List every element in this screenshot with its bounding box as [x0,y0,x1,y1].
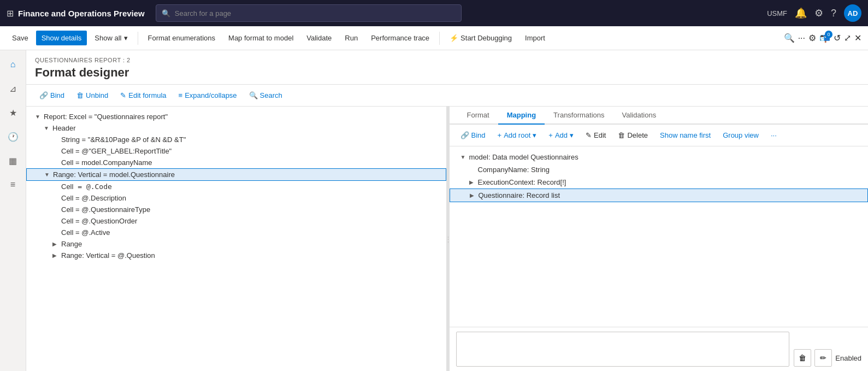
tree-item-label: String = "&R&10Page &P of &N &D &T" [61,136,186,144]
refresh-icon[interactable]: ↺ [834,33,841,43]
add-root-button[interactable]: + Add root ▾ [493,129,541,142]
format-tree-item[interactable]: Cell = @"GER_LABEL:ReportTitle" [26,145,446,157]
import-button[interactable]: Import [519,31,551,45]
unbind-button[interactable]: 🗑 Unbind [72,89,113,102]
format-tree-item[interactable]: ▼ Report: Excel = "Questionnaires report… [26,111,446,122]
format-enumerations-button[interactable]: Format enumerations [143,31,221,45]
mapping-tree-item[interactable]: ▶ Questionnaire: Record list [450,189,869,202]
format-tree-item[interactable]: Cell = @.QuestionnaireType [26,204,446,215]
search-toolbar-icon[interactable]: 🔍 [784,33,795,43]
format-tree-item[interactable]: ▶ Range [26,238,446,250]
tree-item-label: Report: Excel = "Questionnaires report" [44,113,168,121]
format-tree-item[interactable]: Cell = @.Active [26,227,446,238]
format-tree-item[interactable]: Cell = @.QuestionOrder [26,215,446,227]
tree-chevron: ▶ [52,241,61,247]
sidebar-menu-icon[interactable]: ≡ [3,175,23,195]
notifications-icon[interactable]: 📬 0 [819,33,830,43]
user-avatar[interactable]: AD [844,4,861,22]
tree-item-label: Range: Vertical = @.Question [61,251,155,260]
format-tree-item[interactable]: Cell = @.Code [26,181,446,192]
action-bar: Save Show details Show all ▾ Format enum… [0,26,868,50]
more-mapping-button[interactable]: ··· [766,129,781,142]
tree-chevron: ▶ [52,252,61,258]
map-tree-label: model: Data model Questionnaires [469,153,578,161]
tree-item-label: Header [52,124,76,132]
show-all-button[interactable]: Show all ▾ [89,31,133,45]
format-tree-item[interactable]: ▼ Range: Vertical = model.Questionnaire [26,168,446,181]
mapping-content: ▼ model: Data model Questionnaires Compa… [450,146,869,327]
start-debugging-button[interactable]: ⚡ Start Debugging [444,31,517,45]
delete-formula-button[interactable]: 🗑 [794,349,811,367]
link-icon: 🔗 [39,91,48,99]
sidebar-filter-icon[interactable]: ⊿ [3,79,23,98]
format-tree-item[interactable]: ▶ Range: Vertical = @.Question [26,250,446,261]
bell-icon[interactable]: 🔔 [795,7,807,19]
close-icon[interactable]: ✕ [854,33,861,43]
show-name-first-button[interactable]: Show name first [656,129,715,142]
tree-chevron: ▼ [44,172,53,178]
mapping-bind-button[interactable]: 🔗 Bind [456,129,490,142]
tab-mapping[interactable]: Mapping [498,107,545,125]
format-panel: ▼ Report: Excel = "Questionnaires report… [26,107,447,371]
tree-item-label: Range: Vertical = model.Questionnaire [53,170,175,179]
run-button[interactable]: Run [339,31,363,45]
tab-format[interactable]: Format [458,107,498,125]
add-button[interactable]: + Add ▾ [544,129,578,142]
add-root-chevron: ▾ [533,131,536,139]
sidebar-workspace-icon[interactable]: ▦ [3,151,23,170]
content-area: QUESTIONNAIRES REPORT : 2 Format designe… [26,50,868,371]
gear-icon[interactable]: ⚙ [814,7,823,19]
map-tree-chevron: ▼ [460,154,469,160]
performance-trace-button[interactable]: Performance trace [365,31,435,45]
tree-item-label: Cell = @"GER_LABEL:ReportTitle" [61,147,172,155]
search-bar: 🔍 [156,4,462,22]
edit-formula-btn[interactable]: ✏ [814,349,832,367]
format-tree-item[interactable]: Cell = @.Description [26,192,446,204]
help-icon[interactable]: ? [831,8,836,19]
add-chevron: ▾ [570,131,574,139]
mapping-tree-item[interactable]: ▼ model: Data model Questionnaires [450,151,869,163]
map-format-to-model-button[interactable]: Map format to model [223,31,299,45]
tab-transformations[interactable]: Transformations [545,107,613,125]
action-bar-right: 🔍 ··· ⚙ 📬 0 ↺ ⤢ ✕ [784,33,861,43]
sidebar-favorites-icon[interactable]: ★ [3,103,23,122]
tab-validations[interactable]: Validations [613,107,665,125]
search-input[interactable] [175,9,456,17]
panel-tabs: Format Mapping Transformations Validatio… [450,107,869,125]
group-view-button[interactable]: Group view [718,129,763,142]
tree-item-label: Cell = @.Code [61,182,112,191]
formula-textarea[interactable] [456,332,790,367]
edit-mapping-button[interactable]: ✎ Edit [581,129,610,142]
sidebar-icon-home[interactable]: ⌂ [3,55,23,74]
link-icon-map: 🔗 [460,131,469,139]
maximize-icon[interactable]: ⤢ [844,33,851,43]
status-text: Enabled [835,354,861,362]
show-details-button[interactable]: Show details [36,31,87,45]
left-sidebar: ⌂ ⊿ ★ 🕐 ▦ ≡ [0,50,26,371]
tree-item-label: Cell = @.Active [61,228,110,237]
settings-icon[interactable]: ⚙ [808,33,816,43]
delete-mapping-button[interactable]: 🗑 Delete [613,129,652,142]
grid-icon[interactable]: ⊞ [7,8,14,19]
search-icon: 🔍 [162,9,170,17]
expand-collapse-button[interactable]: ≡ Expand/collapse [174,89,241,102]
mapping-tree-item[interactable]: ▶ ExecutionContext: Record[!] [450,176,869,189]
edit-icon-formula: ✏ [820,354,826,362]
bind-button[interactable]: 🔗 Bind [35,89,69,102]
tree-item-label: Cell = @.QuestionOrder [61,217,137,225]
tree-item-label: Cell = model.CompanyName [61,158,152,167]
format-tree-item[interactable]: String = "&R&10Page &P of &N &D &T" [26,134,446,145]
validate-button[interactable]: Validate [301,31,337,45]
tree-chevron: ▼ [35,114,44,120]
sidebar-recent-icon[interactable]: 🕐 [3,127,23,146]
search-format-button[interactable]: 🔍 Search [245,89,287,102]
mapping-tree-item[interactable]: CompanyName: String [450,163,869,176]
search-icon-fmt: 🔍 [249,91,258,99]
format-tree-item[interactable]: Cell = model.CompanyName [26,157,446,168]
save-button[interactable]: Save [7,31,34,45]
edit-formula-button[interactable]: ✎ Edit formula [116,89,170,102]
separator-2 [439,32,440,45]
add-icon: + [548,131,553,139]
format-tree-item[interactable]: ▼ Header [26,122,446,134]
more-actions-icon[interactable]: ··· [798,33,805,43]
